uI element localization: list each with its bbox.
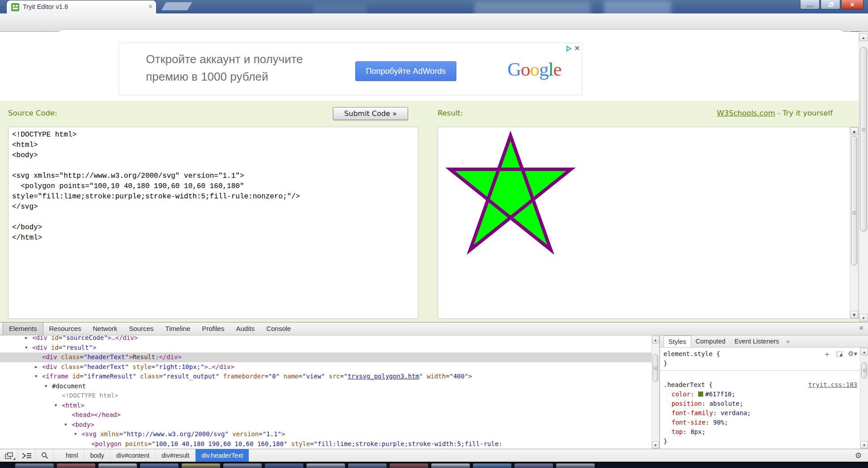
dom-tree-row[interactable]: ▶<div class="headerText" style="right:10… — [0, 362, 651, 372]
adwords-button[interactable]: Попробуйте AdWords — [355, 61, 456, 81]
css-property[interactable]: position: absolute; — [660, 399, 860, 408]
page-scrollbar[interactable]: ▲ ▼ — [859, 32, 868, 322]
minimize-button[interactable] — [800, 0, 820, 9]
styles-scrollbar[interactable]: ▲ ▼ — [860, 348, 868, 449]
styles-tab-event-listeners[interactable]: Event Listeners — [730, 335, 783, 347]
breadcrumb-div-result[interactable]: div#result — [156, 449, 196, 462]
devtools-tab-elements[interactable]: Elements — [3, 322, 43, 335]
collapse-arrow-icon[interactable]: ▼ — [35, 372, 37, 382]
browser-tab-strip: Tryit Editor v1.8 × ✕ — [0, 0, 868, 13]
headertext-rule[interactable]: tryit.css:183 .headerText { — [660, 380, 860, 390]
devtools-tab-profiles[interactable]: Profiles — [196, 322, 230, 335]
ad-text: Откройте аккаунт и получите премию в 100… — [146, 51, 303, 86]
collapse-arrow-icon[interactable]: ▼ — [45, 382, 47, 391]
breadcrumb-html[interactable]: html — [60, 449, 84, 462]
breadcrumb-body[interactable]: body — [84, 449, 110, 462]
expand-arrow-icon[interactable]: ▶ — [35, 362, 37, 372]
taskbar-app-icon[interactable] — [515, 464, 553, 468]
taskbar-app-icon[interactable] — [98, 464, 137, 468]
element-breadcrumbs: htmlbodydiv#contentdiv#resultdiv.headerT… — [60, 449, 249, 462]
taskbar-app-icon[interactable] — [473, 464, 511, 468]
devtools-tab-audits[interactable]: Audits — [230, 322, 260, 335]
devtools-statusbar: htmlbodydiv#contentdiv#resultdiv.headerT… — [0, 449, 868, 462]
toggle-element-state-icon[interactable] — [837, 352, 842, 356]
adchoices-icon[interactable] — [566, 46, 572, 52]
styles-tabs-overflow-icon[interactable]: » — [783, 335, 792, 347]
dom-tree-row[interactable]: ▼<div id="result"> — [0, 343, 651, 353]
styles-pane-content: ＋ ⚙▾ element.style { } tryit.css:183 .he… — [660, 348, 860, 449]
source-code-text: <!DOCTYPE html> <html> <body> <svg xmlns… — [12, 130, 414, 243]
expand-arrow-icon[interactable]: ▶ — [25, 335, 27, 343]
styles-tab-computed[interactable]: Computed — [691, 335, 730, 347]
breadcrumb-div-headerText[interactable]: div.headerText — [196, 449, 249, 462]
devtools-body: ▶<div id="sourceCode">…</div>▼<div id="r… — [0, 335, 868, 449]
dom-tree-row[interactable]: ▼<svg xmlns="http://www.w3.org/2000/svg"… — [0, 429, 651, 439]
collapse-arrow-icon[interactable]: ▼ — [25, 343, 27, 353]
console-drawer-button[interactable] — [18, 449, 36, 462]
result-scrollbar[interactable]: ▲ ▼ — [850, 127, 858, 318]
css-property[interactable]: color: #617f10; — [660, 390, 860, 399]
css-property[interactable]: font-family: verdana; — [660, 408, 860, 418]
star-polygon-graphic — [443, 129, 578, 258]
element-style-rule[interactable]: ＋ ⚙▾ element.style { — [660, 349, 860, 359]
dom-tree-row[interactable]: ▼#document — [0, 382, 651, 391]
taskbar-app-icon[interactable] — [306, 464, 345, 468]
taskbar-app-icon[interactable] — [57, 464, 95, 468]
console-icon — [22, 453, 32, 459]
browser-toolbar: www.w3schools.com/svg/tryit.asp?filename… — [0, 13, 868, 32]
taskbar-app-icon[interactable] — [223, 464, 262, 468]
tryit-favicon-icon — [11, 3, 19, 11]
taskbar-app-icon[interactable] — [265, 464, 303, 468]
taskbar-app-icon[interactable] — [348, 464, 387, 468]
breadcrumb-div-content[interactable]: div#content — [111, 449, 156, 462]
devtools-settings-gear-icon[interactable]: ⚙ — [855, 449, 862, 462]
source-code-textarea[interactable]: <!DOCTYPE html> <html> <body> <svg xmlns… — [8, 127, 418, 319]
collapse-arrow-icon[interactable]: ▼ — [55, 401, 57, 411]
dom-tree-row[interactable]: ▼<iframe id="iframeResult" class="result… — [0, 372, 651, 382]
color-swatch[interactable] — [698, 391, 703, 397]
search-button[interactable] — [36, 449, 54, 462]
dom-tree-row[interactable]: <head></head> — [0, 410, 651, 420]
devtools-tab-resources[interactable]: Resources — [43, 322, 87, 335]
dom-tree-row[interactable]: <polygon points="100,10 40,180 190,60 10… — [0, 439, 651, 449]
window-close-button[interactable]: ✕ — [841, 0, 864, 9]
dom-tree-scrollbar[interactable]: ▲ ▼ — [651, 335, 660, 449]
browser-tab[interactable]: Tryit Editor v1.8 × — [6, 0, 157, 13]
collapse-arrow-icon[interactable]: ▼ — [64, 420, 67, 430]
dom-tree-row[interactable]: <div class="headerText">Result:</div> — [0, 352, 651, 362]
devtools-tab-sources[interactable]: Sources — [123, 322, 159, 335]
taskbar-app-icon[interactable] — [431, 464, 470, 468]
dom-tree-row[interactable]: ▼<body> — [0, 420, 651, 430]
styles-tab-styles[interactable]: Styles — [664, 335, 691, 347]
taskbar-app-icon[interactable] — [182, 464, 220, 468]
devtools-close-icon[interactable]: × — [859, 324, 864, 333]
taskbar-app-icon[interactable] — [556, 464, 595, 468]
element-style-close-brace: } — [660, 359, 860, 368]
css-property[interactable]: top: 8px; — [660, 427, 860, 437]
devtools-tab-timeline[interactable]: Timeline — [159, 322, 196, 335]
ad-banner[interactable]: Откройте аккаунт и получите премию в 100… — [119, 43, 583, 95]
dom-tree-row[interactable]: <!DOCTYPE html> — [0, 391, 651, 401]
ad-close-icon[interactable]: ✕ — [574, 44, 580, 52]
tab-close-icon[interactable]: × — [149, 0, 153, 13]
w3schools-link[interactable]: W3Schools.com — [717, 109, 775, 117]
browser-window: Tryit Editor v1.8 × ✕ www — [0, 0, 868, 468]
devtools-tab-console[interactable]: Console — [260, 322, 297, 335]
styles-sidebar: StylesComputedEvent Listeners» ＋ ⚙▾ elem… — [660, 335, 868, 449]
collapse-arrow-icon[interactable]: ▼ — [74, 429, 77, 439]
dom-tree-row[interactable]: ▼<html> — [0, 401, 651, 411]
new-tab-button[interactable] — [161, 2, 192, 10]
taskbar-app-icon[interactable] — [390, 464, 428, 468]
devtools-tab-network[interactable]: Network — [87, 322, 123, 335]
dom-tree-row[interactable]: ▶<div id="sourceCode">…</div> — [0, 335, 651, 343]
new-style-rule-icon[interactable]: ＋ — [823, 349, 831, 359]
taskbar-app-icon[interactable] — [140, 464, 179, 468]
restore-button[interactable] — [821, 0, 840, 9]
css-property[interactable]: font-size: 90%; — [660, 418, 860, 427]
stylesheet-link[interactable]: tryit.css:183 — [808, 380, 857, 390]
styles-gear-icon[interactable]: ⚙▾ — [848, 349, 857, 359]
taskbar-app-icon[interactable] — [15, 464, 54, 468]
star-polygon — [450, 136, 571, 250]
submit-code-button[interactable]: Submit Code » — [333, 107, 408, 120]
dock-side-button[interactable] — [0, 449, 18, 462]
